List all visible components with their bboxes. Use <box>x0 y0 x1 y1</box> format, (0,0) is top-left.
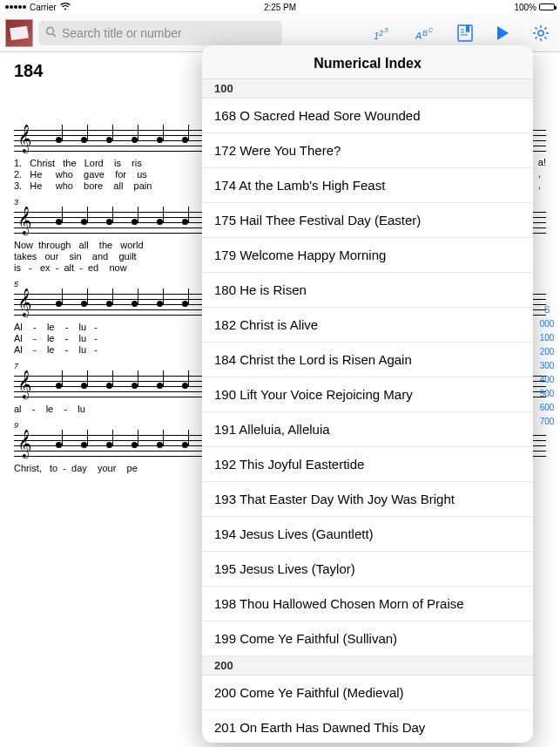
svg-line-19 <box>544 37 546 38</box>
svg-line-21 <box>544 27 546 29</box>
svg-text:2: 2 <box>378 29 383 37</box>
popover-title: Numerical Index <box>202 45 533 79</box>
note-icon <box>157 137 163 143</box>
note-icon <box>132 301 138 307</box>
numeric-index-button[interactable]: 123 <box>374 25 393 41</box>
index-item[interactable]: 184 Christ the Lord is Risen Again <box>202 343 533 377</box>
index-item[interactable]: 179 Welcome Happy Morning <box>202 238 533 273</box>
scrubber-item[interactable]: S <box>544 305 550 316</box>
svg-rect-8 <box>458 25 472 41</box>
bar-number: 9 <box>14 421 18 430</box>
bar-number: 5 <box>14 280 18 289</box>
numeric-index-popover: Numerical Index 100168 O Sacred Head Sor… <box>202 45 533 743</box>
index-item[interactable]: 190 Lift Your Voice Rejoicing Mary <box>202 377 533 412</box>
note-icon <box>182 219 188 225</box>
index-item[interactable]: 193 That Easter Day With Joy Was Bright <box>202 482 533 517</box>
index-item[interactable]: 168 O Sacred Head Sore Wounded <box>202 98 533 133</box>
svg-text:C: C <box>428 27 434 33</box>
treble-clef-icon: 𝄞 <box>17 431 32 456</box>
svg-text:B: B <box>422 29 428 37</box>
scrubber-item[interactable]: 200 <box>540 347 555 357</box>
note-icon <box>182 442 188 448</box>
note-icon <box>56 137 62 143</box>
svg-text:3: 3 <box>384 26 388 34</box>
note-icon <box>56 442 62 448</box>
index-item[interactable]: 180 He is Risen <box>202 273 533 308</box>
svg-text:A: A <box>415 31 422 41</box>
note-icon <box>106 383 112 389</box>
treble-clef-icon: 𝄞 <box>17 126 32 151</box>
settings-button[interactable] <box>532 24 550 42</box>
note-icon <box>56 301 62 307</box>
note-icon <box>182 383 188 389</box>
index-item[interactable]: 191 Alleluia, Alleluia <box>202 412 533 447</box>
treble-clef-icon: 𝄞 <box>17 290 32 315</box>
wifi-icon <box>60 3 71 12</box>
status-bar: Carrier 2:25 PM 100% <box>0 0 560 14</box>
play-button[interactable] <box>496 25 509 41</box>
section-header: 100 <box>202 79 533 98</box>
note-icon <box>106 219 112 225</box>
note-icon <box>56 383 62 389</box>
lyric-trailing: a! <box>538 157 546 167</box>
svg-line-18 <box>536 27 537 29</box>
battery-pct: 100% <box>514 3 536 12</box>
index-item[interactable]: 201 On Earth Has Dawned This Day <box>202 710 533 743</box>
treble-clef-icon: 𝄞 <box>17 208 32 233</box>
scrubber-item[interactable]: 600 <box>540 403 555 413</box>
note-icon <box>106 442 112 448</box>
library-button[interactable] <box>5 19 33 47</box>
search-placeholder: Search title or number <box>62 26 182 40</box>
index-item[interactable]: 198 Thou Hallowed Chosen Morn of Praise <box>202 587 533 621</box>
note-icon <box>81 383 87 389</box>
index-item[interactable]: 199 Come Ye Faithful (Sullivan) <box>202 621 533 656</box>
bar-number: 3 <box>14 198 18 207</box>
svg-line-20 <box>536 37 537 38</box>
bar-number: 7 <box>14 362 18 370</box>
note-icon <box>81 219 87 225</box>
scrubber-item[interactable]: 300 <box>540 361 555 371</box>
index-item[interactable]: 192 This Joyful Eastertide <box>202 447 533 482</box>
search-field[interactable]: Search title or number <box>38 21 282 45</box>
note-icon <box>182 301 188 307</box>
note-icon <box>106 137 112 143</box>
status-time: 2:25 PM <box>264 3 296 12</box>
svg-marker-12 <box>497 26 509 40</box>
carrier-label: Carrier <box>30 3 57 12</box>
scrubber-item[interactable]: 000 <box>540 319 555 329</box>
battery-icon <box>539 3 555 10</box>
index-item[interactable]: 172 Were You There? <box>202 133 533 168</box>
index-scrubber[interactable]: S000100200300400500600700 <box>536 305 558 427</box>
signal-dots-icon <box>5 5 26 9</box>
note-icon <box>81 442 87 448</box>
svg-point-0 <box>47 27 54 34</box>
alpha-index-button[interactable]: ABC <box>415 25 435 41</box>
svg-point-13 <box>538 31 543 36</box>
index-item[interactable]: 175 Hail Thee Festival Day (Easter) <box>202 203 533 238</box>
svg-line-1 <box>53 33 57 37</box>
note-icon <box>132 383 138 389</box>
index-item[interactable]: 200 Come Ye Faithful (Medieval) <box>202 676 533 710</box>
index-item[interactable]: 182 Christ is Alive <box>202 308 533 343</box>
scrubber-item[interactable]: 100 <box>540 333 555 343</box>
scrubber-item[interactable]: 400 <box>540 375 555 385</box>
scrubber-item[interactable]: 500 <box>540 389 555 399</box>
note-icon <box>132 137 138 143</box>
index-list[interactable]: 100168 O Sacred Head Sore Wounded172 Wer… <box>202 79 533 743</box>
note-icon <box>157 383 163 389</box>
lyric-trailing: , <box>538 168 546 179</box>
note-icon <box>106 301 112 307</box>
note-icon <box>157 301 163 307</box>
index-item[interactable]: 194 Jesus Lives (Gauntlett) <box>202 517 533 552</box>
section-header: 200 <box>202 656 533 676</box>
index-item[interactable]: 195 Jesus Lives (Taylor) <box>202 552 533 587</box>
bookmarks-button[interactable] <box>457 24 473 42</box>
lyric-trailing: , <box>538 180 546 190</box>
index-item[interactable]: 174 At the Lamb's High Feast <box>202 168 533 203</box>
note-icon <box>182 137 188 143</box>
note-icon <box>157 442 163 448</box>
treble-clef-icon: 𝄞 <box>17 372 32 397</box>
note-icon <box>157 219 163 225</box>
scrubber-item[interactable]: 700 <box>540 417 555 427</box>
note-icon <box>132 442 138 448</box>
